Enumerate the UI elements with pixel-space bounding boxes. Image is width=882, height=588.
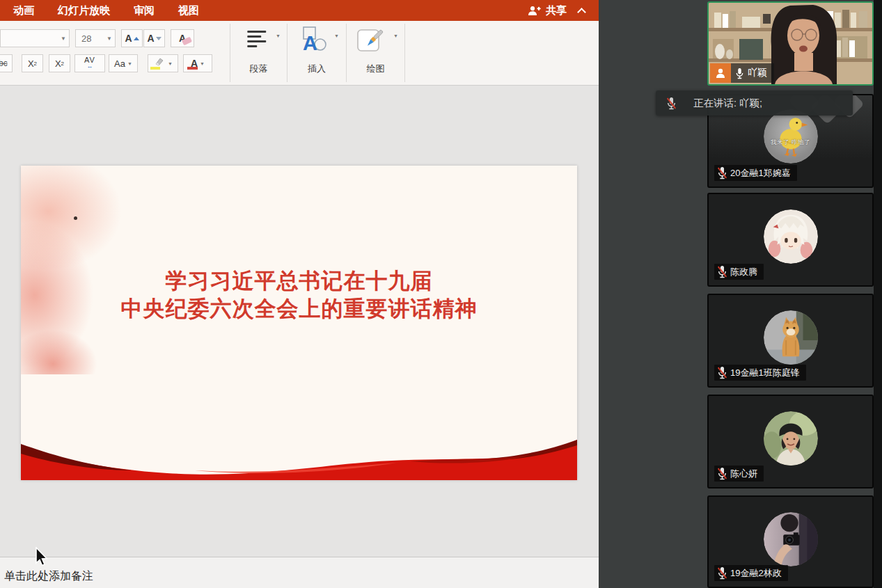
dropdown-arrow-icon: ▼: [393, 33, 398, 38]
tab-view[interactable]: 视图: [166, 0, 211, 21]
paragraph-group-label: 段落: [230, 63, 287, 75]
dropdown-arrow-icon: ▼: [61, 35, 66, 42]
notes-placeholder[interactable]: 单击此处添加备注: [4, 569, 93, 584]
grow-font-letter: A: [125, 33, 132, 44]
ribbon: ▼ 28 ▼ A A A abc X2: [0, 21, 599, 86]
tab-animations[interactable]: 动画: [1, 0, 46, 21]
share-label: 共享: [546, 4, 567, 17]
font-color-swatch: [187, 67, 198, 70]
tab-slideshow[interactable]: 幻灯片放映: [46, 0, 122, 21]
participant-name: 陈心妍: [730, 468, 757, 480]
share-button[interactable]: 共享: [528, 4, 585, 17]
slide-canvas: 学习习近平总书记在十九届 中央纪委六次全会上的重要讲话精神: [0, 86, 599, 557]
mic-muted-icon: [717, 467, 727, 480]
separator: [404, 24, 405, 82]
superscript-button[interactable]: X2: [22, 54, 43, 72]
dropdown-arrow-icon: ▼: [127, 61, 132, 66]
host-badge: [710, 63, 731, 83]
grow-font-button[interactable]: A: [121, 29, 143, 47]
mic-on-icon: [735, 67, 744, 79]
svg-text:A: A: [303, 32, 317, 54]
insert-group-button[interactable]: A ▼ 插入: [288, 21, 346, 85]
video-tile[interactable]: 陈心妍: [707, 395, 874, 488]
slide-title-line2: 中央纪委六次全会上的重要讲话精神: [21, 295, 577, 323]
dropdown-arrow-icon: ▼: [276, 33, 281, 38]
video-tile[interactable]: 19金融2林政: [707, 495, 874, 588]
slide-title[interactable]: 学习习近平总书记在十九届 中央纪委六次全会上的重要讲话精神: [21, 267, 577, 323]
up-triangle-icon: [134, 37, 139, 40]
highlight-color-swatch: [150, 67, 160, 70]
font-color-button[interactable]: A ▼: [183, 54, 212, 72]
participant-name: 19金融2林政: [730, 567, 782, 580]
subscript-x: X: [55, 58, 61, 69]
insert-icon: A: [300, 26, 329, 54]
slide-title-line1: 学习习近平总书记在十九届: [21, 267, 577, 295]
change-case-label: Aa: [114, 58, 125, 69]
avatar-cat: [764, 310, 818, 365]
font-name-combobox[interactable]: ▼: [0, 29, 70, 47]
superscript-x: X: [28, 58, 34, 69]
speaking-toast: 正在讲话: 吖颖;: [656, 90, 853, 116]
avatar-duck: 我来了 咋地了: [764, 109, 818, 164]
down-triangle-icon: [156, 37, 162, 40]
change-case-button[interactable]: Aa ▼: [109, 54, 138, 72]
tab-review[interactable]: 审阅: [122, 0, 166, 21]
subscript-2: 2: [61, 61, 64, 67]
powerpoint-window: 动画 幻灯片放映 审阅 视图 共享 ▼ 28: [0, 0, 599, 588]
video-tile[interactable]: 陈政腾: [707, 193, 874, 287]
font-size-value: 28: [81, 33, 91, 44]
meeting-sidebar: 吖颖 正在讲话: 吖颖;: [599, 0, 882, 588]
mouse-cursor: [33, 547, 49, 568]
drawing-group-label: 绘图: [347, 63, 404, 75]
character-spacing-button[interactable]: AV ↔: [74, 54, 105, 72]
video-tile-speaker[interactable]: 吖颖: [707, 1, 874, 86]
speaker-overlay: 吖颖: [710, 63, 774, 83]
mic-muted-icon: [717, 166, 727, 180]
clear-formatting-button[interactable]: A: [171, 29, 194, 47]
subscript-button[interactable]: X2: [49, 54, 70, 72]
text-highlight-button[interactable]: ▼: [148, 54, 178, 72]
drawing-group-button[interactable]: ▼ 绘图: [347, 21, 404, 85]
red-ribbon-wave-decoration: [21, 438, 577, 480]
dropdown-arrow-icon: ▼: [200, 61, 205, 66]
strikethrough-button[interactable]: abc: [0, 54, 13, 72]
video-tile[interactable]: 19金融1班陈庭锋: [707, 294, 874, 388]
person-icon: [715, 67, 726, 79]
drawing-brush-icon: [356, 26, 387, 55]
mic-muted-icon: [666, 97, 677, 110]
dropdown-arrow-icon: ▼: [107, 35, 112, 42]
paragraph-lines-icon: [247, 31, 266, 50]
insert-group-label: 插入: [288, 63, 346, 75]
superscript-2: 2: [34, 61, 37, 67]
slide-dot-decoration: [74, 216, 77, 220]
slide[interactable]: 学习习近平总书记在十九届 中央纪委六次全会上的重要讲话精神: [21, 166, 577, 480]
speaking-toast-text: 正在讲话: 吖颖;: [693, 97, 762, 110]
avatar-camera: [764, 512, 818, 566]
avatar-woman-hat: [764, 411, 818, 466]
font-size-combobox[interactable]: 28 ▼: [75, 29, 116, 47]
collapse-ribbon-icon[interactable]: [577, 8, 586, 17]
participant-name: 陈政腾: [730, 266, 757, 278]
spacing-arrows-icon: ↔: [87, 63, 93, 70]
shrink-font-letter: A: [147, 33, 154, 44]
mic-muted-icon: [717, 366, 727, 379]
ribbon-tab-bar: 动画 幻灯片放映 审阅 视图 共享: [0, 0, 599, 21]
screen: 动画 幻灯片放映 审阅 视图 共享 ▼ 28: [0, 0, 882, 588]
strikethrough-label: abc: [0, 58, 8, 68]
sidebar-edge: [874, 0, 882, 588]
mic-muted-icon: [717, 566, 727, 580]
mic-muted-icon: [717, 265, 727, 278]
avatar-caption: 我来了 咋地了: [764, 138, 818, 147]
dropdown-arrow-icon: ▼: [334, 33, 339, 38]
participant-name: 20金融1郑婉嘉: [730, 167, 791, 180]
paragraph-group-button[interactable]: ▼ 段落: [230, 21, 287, 85]
dropdown-arrow-icon: ▼: [168, 61, 173, 66]
participant-name: 吖颖: [748, 67, 767, 79]
person-plus-icon: [528, 6, 541, 16]
participant-name: 19金融1班陈庭锋: [730, 367, 800, 379]
shrink-font-button[interactable]: A: [143, 29, 165, 47]
notes-pane[interactable]: 单击此处添加备注: [0, 557, 599, 588]
avatar-anime: [764, 209, 818, 264]
